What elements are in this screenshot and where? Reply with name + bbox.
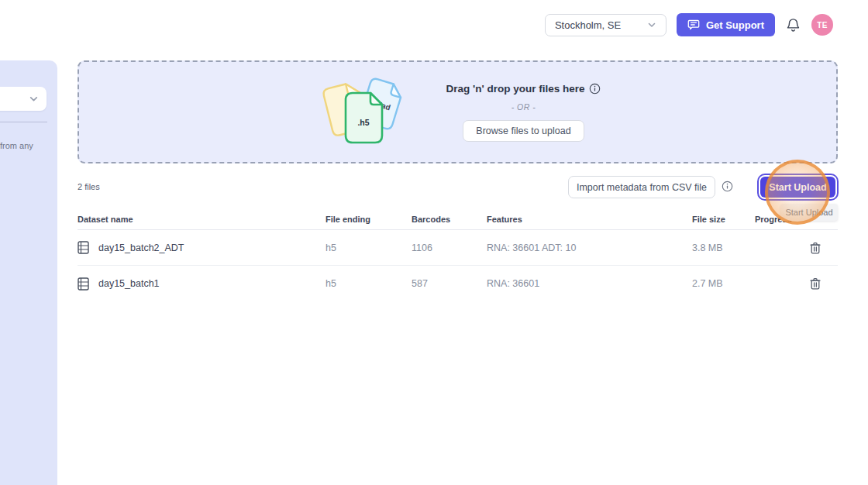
file-size: 3.8 MB	[692, 242, 755, 253]
file-ending: h5	[326, 242, 412, 253]
dropzone-text-block: Drag 'n' drop your files here - OR - Bro…	[446, 83, 601, 142]
region-select-value: Stockholm, SE	[555, 19, 621, 31]
top-bar-actions: Stockholm, SE Get Support TE	[545, 13, 833, 36]
info-icon[interactable]	[722, 181, 733, 192]
header-features: Features	[487, 215, 692, 224]
dataset-icon	[78, 277, 89, 291]
delete-file-button[interactable]	[808, 276, 822, 291]
files-table: Dataset name File ending Barcodes Featur…	[78, 209, 838, 301]
svg-text:.h5: .h5	[357, 118, 369, 127]
barcodes: 1106	[412, 242, 487, 253]
file-types-illustration: .h5ad .h5	[315, 76, 414, 152]
dropzone-title: Drag 'n' drop your files here	[446, 83, 585, 95]
file-dropzone[interactable]: .h5ad .h5 Drag 'n' drop your files here …	[78, 60, 838, 163]
dataset-name: day15_batch2_ADT	[98, 242, 184, 253]
table-row: day15_batch1 h5 587 RNA: 36601 2.7 MB	[78, 266, 838, 301]
header-file-size: File size	[692, 215, 755, 224]
chevron-down-icon	[29, 94, 39, 104]
info-icon[interactable]	[589, 83, 601, 95]
chevron-down-icon	[647, 20, 656, 29]
top-bar: Stockholm, SE Get Support TE	[0, 0, 868, 48]
user-avatar[interactable]: TE	[811, 14, 833, 36]
h5-file-icon: .h5	[346, 93, 382, 143]
or-separator: - OR -	[512, 102, 536, 112]
dataset-name: day15_batch1	[98, 278, 160, 289]
left-filter-panel: from any	[0, 60, 57, 485]
import-csv-button[interactable]: Import metadata from CSV file	[568, 176, 715, 198]
region-select[interactable]: Stockholm, SE	[545, 14, 666, 36]
file-ending: h5	[326, 278, 412, 289]
start-upload-tooltip: Start Upload	[780, 204, 838, 221]
table-row: day15_batch2_ADT h5 1106 RNA: 36601 ADT:…	[78, 230, 838, 266]
header-dataset-name: Dataset name	[78, 215, 326, 224]
table-header-row: Dataset name File ending Barcodes Featur…	[78, 209, 838, 230]
features: RNA: 36601	[487, 278, 692, 289]
get-support-label: Get Support	[706, 19, 764, 31]
files-count: 2 files	[78, 182, 100, 191]
header-file-ending: File ending	[326, 215, 412, 224]
panel-divider	[0, 122, 47, 122]
chat-icon	[687, 19, 700, 31]
get-support-button[interactable]: Get Support	[677, 13, 775, 36]
browse-files-button[interactable]: Browse files to upload	[463, 120, 584, 142]
barcodes: 587	[412, 278, 487, 289]
dataset-icon	[78, 241, 89, 254]
start-upload-button[interactable]: Start Upload	[760, 177, 835, 198]
header-barcodes: Barcodes	[412, 215, 487, 224]
features: RNA: 36601 ADT: 10	[487, 242, 692, 253]
avatar-initials: TE	[817, 21, 827, 29]
delete-file-button[interactable]	[808, 240, 822, 256]
notifications-bell-icon[interactable]	[785, 17, 801, 33]
file-size: 2.7 MB	[692, 278, 755, 289]
panel-caption: from any	[0, 141, 36, 150]
panel-select[interactable]	[0, 87, 46, 111]
